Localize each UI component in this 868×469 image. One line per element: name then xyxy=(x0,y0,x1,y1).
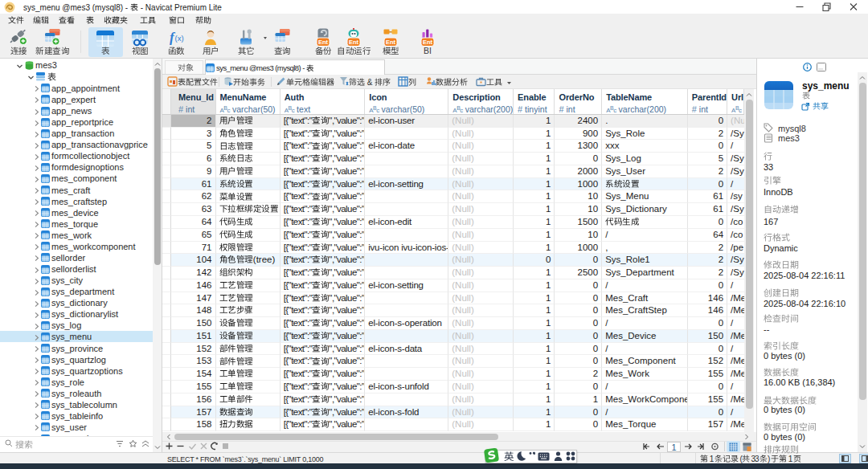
svg-text:Ent: Ent xyxy=(386,39,396,46)
svg-text:Ent: Ent xyxy=(318,39,329,46)
svg-text:Ent: Ent xyxy=(349,39,359,46)
svg-text:Ent: Ent xyxy=(423,39,433,46)
svg-text:(x): (x) xyxy=(175,34,184,43)
